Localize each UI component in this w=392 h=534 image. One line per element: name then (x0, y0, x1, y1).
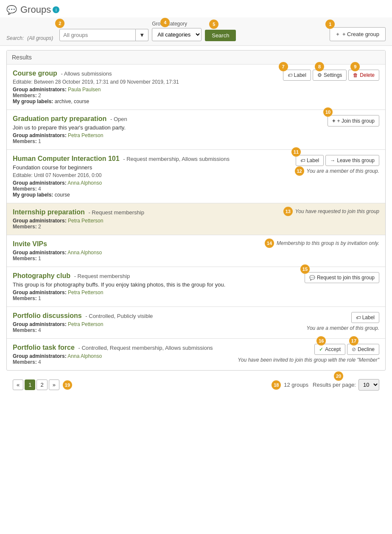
invite-status: Membership to this group is by invitatio… (277, 240, 379, 246)
admin-link[interactable]: Petra Petterson (68, 321, 103, 327)
group-item: Course group - Allows submissions Editab… (7, 65, 385, 110)
tag-icon (356, 315, 361, 320)
group-subtitle: - Controlled, Request membership, Allows… (78, 345, 213, 351)
admin-link[interactable]: Anna Alphonso (67, 180, 102, 186)
search-button[interactable]: Search (205, 30, 236, 41)
badge-2: 2 (55, 19, 64, 28)
per-page-select[interactable]: 10 (358, 379, 379, 391)
member-count: Members: 1 (13, 256, 102, 261)
next-page-button[interactable]: » (49, 379, 59, 390)
page-title: Groups (20, 4, 51, 15)
create-group-label: + Create group (342, 31, 379, 37)
badge-11: 11 (291, 147, 301, 157)
leave-button[interactable]: Leave this group (325, 155, 379, 166)
delete-button[interactable]: Delete (348, 70, 379, 81)
group-item: Internship preparation - Request members… (7, 203, 385, 235)
decline-icon (352, 346, 356, 352)
badge-14: 14 (265, 239, 274, 248)
search-hint: (All groups) (27, 35, 53, 41)
gear-icon (317, 72, 322, 78)
admin-link[interactable]: Anna Alphonso (67, 353, 102, 359)
member-status: You are a member of this group. (307, 325, 379, 331)
chat-icon (309, 275, 315, 281)
category-label: Group category (152, 21, 202, 27)
page-1-button[interactable]: 1 (25, 379, 35, 390)
group-meta: Group administrators: Petra Petterson (13, 132, 127, 138)
group-name: Photography club (13, 272, 70, 279)
member-count: Members: 2 (13, 224, 144, 230)
prev-page-button[interactable]: « (13, 379, 23, 390)
member-count: Members: 1 (13, 138, 127, 144)
member-count: Members: 1 (13, 295, 225, 301)
badge-17: 17 (349, 336, 358, 346)
page-2-button[interactable]: 2 (36, 379, 47, 390)
arrow-icon (330, 157, 335, 163)
admin-link[interactable]: Petra Petterson (68, 218, 103, 224)
group-meta: Group administrators: Paula Paulsen (13, 87, 179, 93)
dropdown-arrow-icon[interactable]: ▼ (136, 29, 148, 41)
group-desc: Join us to prepare this year's graduatio… (13, 124, 127, 131)
group-item: Graduation party preparation - Open Join… (7, 110, 385, 150)
member-status: You are a member of this group. (307, 168, 379, 174)
badge-8: 8 (315, 62, 324, 71)
group-meta: Group administrators: Anna Alphonso (13, 180, 230, 186)
label-button[interactable]: Label (283, 70, 311, 81)
group-meta: Group administrators: Petra Petterson (13, 218, 144, 224)
group-item: Human Computer Interaction 101 - Request… (7, 150, 385, 203)
editable-note: Editable: Between 28 October 2019, 17:31… (13, 79, 179, 85)
invited-status: You have been invited to join this group… (238, 357, 379, 363)
group-name: Portfolio task force (13, 344, 75, 351)
group-name: Internship preparation (13, 208, 85, 216)
badge-10: 10 (323, 107, 333, 117)
my-labels: My group labels: archive, course (13, 98, 179, 104)
info-icon[interactable]: i (53, 6, 59, 13)
group-name: Human Computer Interaction 101 (13, 155, 120, 162)
group-item: Portfolio discussions - Controlled, Publ… (7, 307, 385, 339)
group-item: Photography club - Request membership Th… (7, 267, 385, 307)
group-subtitle: - Request membership (74, 273, 130, 279)
tag-icon (288, 72, 292, 78)
tag-icon (300, 157, 305, 163)
groups-icon: 💬 (6, 5, 17, 15)
group-subtitle: - Request membership (88, 209, 144, 216)
group-subtitle: - Allows submissions (61, 70, 112, 77)
badge-7: 7 (279, 62, 288, 71)
label-button[interactable]: Label (296, 155, 324, 166)
category-select[interactable]: All categories (152, 28, 202, 41)
group-meta: Group administrators: Anna Alphonso (13, 353, 213, 359)
group-meta: Group administrators: Petra Petterson (13, 321, 153, 327)
group-desc: Foundation course for beginners (13, 164, 230, 171)
group-subtitle: - Controlled, Publicly visible (85, 313, 153, 319)
join-button[interactable]: + Join this group (328, 115, 379, 126)
plus-icon (332, 118, 336, 124)
member-count: Members: 4 (13, 186, 230, 192)
badge-20: 20 (334, 371, 343, 381)
group-item: Invite VIPs Group administrators: Anna A… (7, 235, 385, 267)
plus-icon: + (336, 31, 339, 37)
search-input[interactable] (59, 29, 136, 41)
settings-button[interactable]: Settings (313, 70, 347, 81)
trash-icon (353, 72, 358, 78)
request-join-button[interactable]: Request to join this group (305, 272, 379, 283)
group-name: Portfolio discussions (13, 312, 82, 319)
decline-button[interactable]: Decline (347, 344, 379, 355)
group-name: Course group (13, 70, 57, 77)
admin-link[interactable]: Petra Petterson (68, 289, 103, 295)
accept-button[interactable]: Accept (314, 344, 345, 355)
group-name: Graduation party preparation (13, 115, 106, 122)
badge-19: 19 (63, 380, 72, 390)
badge-15: 15 (300, 264, 310, 274)
admin-link[interactable]: Paula Paulsen (68, 87, 101, 93)
admin-link[interactable]: Anna Alphonso (67, 250, 102, 256)
group-meta: Group administrators: Petra Petterson (13, 289, 225, 295)
admin-link[interactable]: Petra Petterson (68, 132, 103, 138)
request-status: You have requested to join this group (295, 208, 379, 214)
member-count: Members: 4 (13, 359, 213, 365)
check-icon (319, 346, 323, 352)
label-button[interactable]: Label (351, 312, 379, 323)
group-item: Portfolio task force - Controlled, Reque… (7, 339, 385, 370)
group-desc: This group is for photography buffs. If … (13, 281, 225, 288)
total-groups: 12 groups (284, 382, 308, 388)
group-subtitle: - Request membership, Allows submissions (123, 156, 230, 162)
create-group-button[interactable]: + + Create group (330, 27, 386, 41)
